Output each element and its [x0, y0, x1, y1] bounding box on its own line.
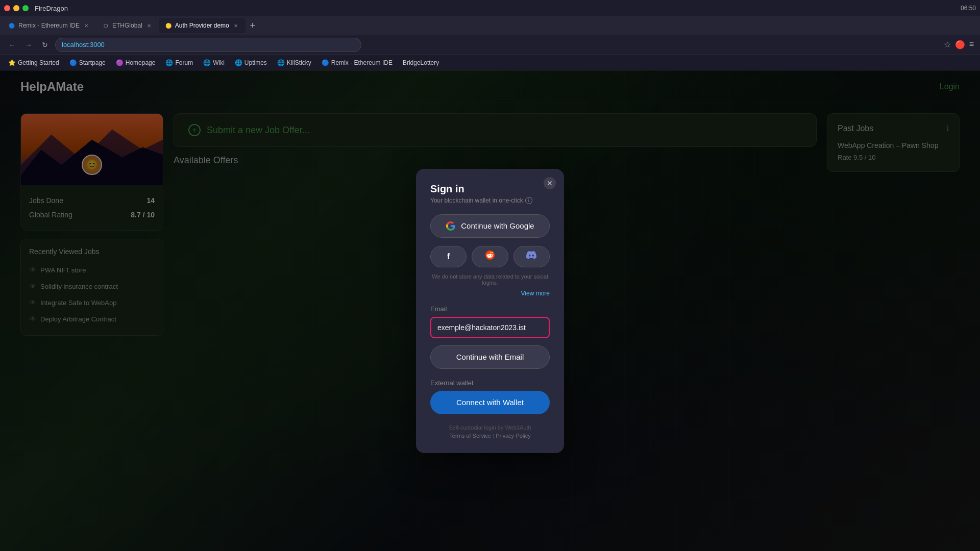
modal-footer: Self-custodial login by Web3Auth Terms o… — [430, 424, 550, 439]
reddit-signin-button[interactable] — [472, 246, 508, 267]
bookmark-label-killsticky: KillSticky — [287, 59, 311, 66]
facebook-signin-button[interactable]: f — [430, 246, 467, 267]
forward-btn[interactable]: → — [22, 39, 35, 51]
bookmark-wiki[interactable]: 🌐 Wiki — [199, 58, 229, 67]
bookmark-label-remix: Remix - Ethereum IDE — [331, 59, 393, 66]
bookmark-icon-killsticky: 🌐 — [277, 59, 285, 66]
close-window-btn[interactable] — [4, 5, 10, 11]
url-bar[interactable]: localhost:3000 — [55, 38, 361, 52]
tab-favicon-remix: 🔵 — [8, 22, 15, 29]
email-label: Email — [430, 305, 550, 313]
bookmark-label-bridgelottery: BridgeLottery — [403, 59, 439, 66]
bookmark-icon-startpage: 🔵 — [69, 59, 77, 66]
bookmark-bridgelottery[interactable]: BridgeLottery — [399, 58, 443, 67]
bookmark-label-forum: Forum — [175, 59, 193, 66]
modal-subtitle: Your blockchain wallet in one-click i — [430, 197, 550, 204]
footer-links: Terms of Service | Privacy Policy — [430, 433, 550, 439]
bookmark-label-startpage: Startpage — [79, 59, 106, 66]
minimize-window-btn[interactable] — [13, 5, 19, 11]
tab-label-remix: Remix - Ethereum IDE — [18, 22, 80, 29]
tab-close-eth[interactable]: ✕ — [145, 22, 153, 29]
bookmark-icon-homepage: 🟣 — [116, 59, 124, 66]
bookmark-icon-remix: 🔵 — [322, 59, 329, 66]
signin-modal: ✕ Sign in Your blockchain wallet in one-… — [416, 169, 564, 453]
window-controls — [4, 5, 29, 11]
new-tab-btn[interactable]: + — [246, 18, 260, 33]
tab-close-remix[interactable]: ✕ — [83, 22, 90, 29]
bookmark-icon-forum: 🌐 — [165, 59, 173, 66]
subtitle-info-icon: i — [525, 197, 532, 204]
connect-wallet-button[interactable]: Connect with Wallet — [430, 391, 550, 414]
bookmark-getting-started[interactable]: ⭐ Getting Started — [4, 58, 63, 67]
menu-icon[interactable]: ≡ — [969, 40, 974, 49]
url-text: localhost:3000 — [62, 41, 105, 48]
continue-with-email-button[interactable]: Continue with Email — [430, 345, 550, 369]
external-wallet-label: External wallet — [430, 379, 550, 387]
tab-favicon-auth: 🟡 — [165, 22, 172, 29]
tab-remix[interactable]: 🔵 Remix - Ethereum IDE ✕ — [2, 18, 96, 33]
bookmark-forum[interactable]: 🌐 Forum — [161, 58, 197, 67]
reload-btn[interactable]: ↻ — [39, 39, 51, 51]
bookmark-label-homepage: Homepage — [126, 59, 156, 66]
bookmark-homepage[interactable]: 🟣 Homepage — [112, 58, 160, 67]
tab-close-auth[interactable]: ✕ — [232, 22, 239, 29]
bookmark-star-icon[interactable]: ☆ — [944, 40, 951, 49]
discord-signin-button[interactable] — [513, 246, 550, 267]
tab-auth[interactable]: 🟡 Auth Provider demo ✕ — [159, 18, 246, 33]
google-icon — [446, 221, 456, 231]
footer-line1: Self-custodial login by Web3Auth — [430, 424, 550, 431]
tab-label-auth: Auth Provider demo — [175, 22, 229, 29]
modal-close-button[interactable]: ✕ — [544, 177, 556, 189]
tab-label-eth: ETHGlobal — [112, 22, 142, 29]
google-btn-label: Continue with Google — [461, 221, 534, 230]
maximize-window-btn[interactable] — [22, 5, 29, 11]
privacy-note: We do not store any data related to your… — [430, 273, 550, 286]
modal-subtitle-text: Your blockchain wallet in one-click — [430, 197, 523, 204]
tab-eth[interactable]: ⬡ ETHGlobal ✕ — [96, 18, 159, 33]
facebook-icon: f — [447, 252, 450, 261]
modal-overlay: ✕ Sign in Your blockchain wallet in one-… — [0, 70, 980, 551]
privacy-link[interactable]: Privacy Policy — [496, 433, 530, 439]
terms-link[interactable]: Terms of Service — [449, 433, 491, 439]
bookmark-killsticky[interactable]: 🌐 KillSticky — [273, 58, 315, 67]
bookmark-label-wiki: Wiki — [213, 59, 225, 66]
email-input[interactable] — [430, 317, 550, 338]
tabs-bar: 🔵 Remix - Ethereum IDE ✕ ⬡ ETHGlobal ✕ 🟡… — [0, 16, 980, 35]
browser-chrome: FireDragon 06:50 🔵 Remix - Ethereum IDE … — [0, 0, 980, 70]
title-bar: FireDragon 06:50 — [0, 0, 980, 16]
bookmark-icon-wiki: 🌐 — [203, 59, 211, 66]
social-buttons-row: f — [430, 246, 550, 267]
bookmark-uptimes[interactable]: 🌐 Uptimes — [231, 58, 271, 67]
bookmark-label-getting-started: Getting Started — [18, 59, 59, 66]
extension-icon[interactable]: 🔴 — [955, 40, 965, 49]
app-container: HelpAMate Login — [0, 70, 980, 551]
tab-favicon-eth: ⬡ — [102, 22, 109, 29]
system-time: 06:50 — [961, 5, 976, 12]
address-bar-actions: ☆ 🔴 ≡ — [944, 40, 974, 49]
modal-title: Sign in — [430, 183, 550, 195]
google-signin-button[interactable]: Continue with Google — [430, 214, 550, 238]
bookmark-icon-getting-started: ⭐ — [8, 59, 16, 66]
title-bar-right: 06:50 — [961, 5, 976, 12]
bookmark-icon-uptimes: 🌐 — [235, 59, 242, 66]
address-bar: ← → ↻ localhost:3000 ☆ 🔴 ≡ — [0, 35, 980, 55]
view-more-link[interactable]: View more — [430, 290, 550, 297]
bookmark-startpage[interactable]: 🔵 Startpage — [65, 58, 110, 67]
bookmarks-bar: ⭐ Getting Started 🔵 Startpage 🟣 Homepage… — [0, 55, 980, 70]
back-btn[interactable]: ← — [6, 39, 18, 51]
browser-title: FireDragon — [35, 5, 68, 12]
reddit-icon — [485, 250, 495, 263]
bookmark-label-uptimes: Uptimes — [244, 59, 267, 66]
bookmark-remix[interactable]: 🔵 Remix - Ethereum IDE — [317, 58, 397, 67]
discord-icon — [526, 251, 536, 262]
